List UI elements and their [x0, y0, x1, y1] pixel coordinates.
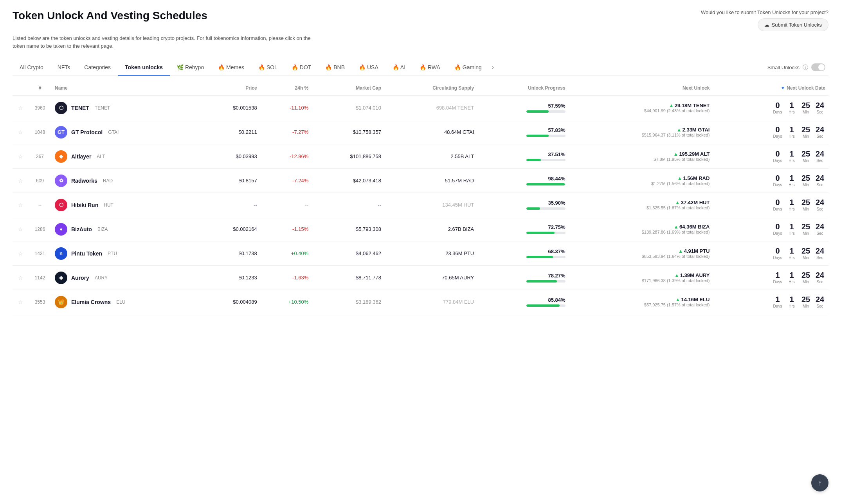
rank-cell: 3553: [28, 290, 52, 314]
submit-btn-label: Submit Token Unlocks: [772, 22, 822, 28]
progress-bar: [526, 256, 565, 258]
supply-cell: 779.84M ELU: [384, 290, 477, 314]
price-cell: $0.2211: [201, 120, 260, 144]
name-cell[interactable]: ♦ BizAuto BIZA: [52, 217, 201, 241]
coin-icon: ⬡: [55, 199, 67, 211]
countdown-min: 25 Min: [800, 295, 811, 308]
price-cell: $0.002164: [201, 217, 260, 241]
page-description: Listed below are the token unlocks and v…: [13, 34, 318, 50]
name-cell[interactable]: ◈ Aurory AURY: [52, 266, 201, 290]
coin-name: Altlayer: [71, 153, 91, 160]
progress-cell: 37.51%: [477, 144, 568, 169]
table-row: ☆1142 ◈ Aurory AURY $0.1233-1.63%$8,711,…: [13, 266, 828, 290]
price-cell: $0.1233: [201, 266, 260, 290]
progress-bar: [526, 159, 565, 161]
tab-rehypo[interactable]: 🌿 Rehypo: [170, 59, 211, 76]
table-row: ☆-- ⬡ Hibiki Run HUT ------134.45M HUT 3…: [13, 193, 828, 217]
more-tabs-button[interactable]: ›: [489, 59, 497, 76]
coin-name: GT Protocol: [71, 129, 103, 135]
tab-token-unlocks[interactable]: Token unlocks: [118, 59, 170, 76]
star-icon[interactable]: ☆: [18, 202, 23, 208]
coin-ticker: ELU: [116, 299, 125, 305]
name-cell[interactable]: n Pintu Token PTU: [52, 241, 201, 266]
col-next-unlock-date[interactable]: ▼Next Unlock Date: [713, 81, 828, 96]
name-cell[interactable]: 👑 Elumia Crowns ELU: [52, 290, 201, 314]
progress-bar-fill: [526, 183, 565, 185]
tab-memes[interactable]: 🔥 Memes: [211, 59, 251, 76]
tab-ai[interactable]: 🔥 AI: [385, 59, 412, 76]
name-cell[interactable]: ◆ Altlayer ALT: [52, 144, 201, 169]
small-unlocks-toggle: Small Unlocks i: [764, 63, 828, 71]
supply-cell: 51.57M RAD: [384, 169, 477, 193]
tab-dot[interactable]: 🔥 DOT: [285, 59, 318, 76]
progress-pct: 35.90%: [480, 200, 565, 206]
unlock-usd: $1,525.55 (1.87% of total locked): [572, 205, 710, 210]
star-icon[interactable]: ☆: [18, 275, 23, 281]
countdown-min: 25 Min: [800, 101, 811, 114]
submit-token-unlocks-button[interactable]: ☁ Submit Token Unlocks: [758, 18, 828, 31]
change-cell: -12.96%: [260, 144, 312, 169]
star-icon[interactable]: ☆: [18, 129, 23, 135]
countdown-days: 0 Days: [772, 247, 783, 260]
tab-bnb[interactable]: 🔥 BNB: [318, 59, 352, 76]
tab-gaming[interactable]: 🔥 Gaming: [447, 59, 489, 76]
name-cell[interactable]: ✿ Radworks RAD: [52, 169, 201, 193]
tab-sol[interactable]: 🔥 SOL: [251, 59, 285, 76]
col-name: Name: [52, 81, 201, 96]
countdown-min: 25 Min: [800, 174, 811, 187]
countdown-min: 25 Min: [800, 247, 811, 260]
table-row: ☆1431 n Pintu Token PTU $0.1738+0.40%$4,…: [13, 241, 828, 266]
supply-cell: 2.55B ALT: [384, 144, 477, 169]
progress-bar-fill: [526, 304, 560, 307]
supply-cell: 70.65M AURY: [384, 266, 477, 290]
countdown-cell: 0 Days 1 Hrs 25 Min 24 Sec: [713, 217, 828, 241]
progress-bar: [526, 207, 565, 210]
rank-cell: 1142: [28, 266, 52, 290]
progress-bar: [526, 280, 565, 283]
star-icon[interactable]: ☆: [18, 299, 23, 305]
star-icon[interactable]: ☆: [18, 250, 23, 257]
tab-nfts[interactable]: NFTs: [50, 59, 77, 76]
unlock-amount: ▲4.91M PTU: [572, 248, 710, 254]
progress-bar: [526, 183, 565, 185]
col-rank: #: [28, 81, 52, 96]
rank-cell: 1048: [28, 120, 52, 144]
progress-cell: 98.44%: [477, 169, 568, 193]
progress-bar-fill: [526, 232, 555, 234]
progress-bar-fill: [526, 159, 541, 161]
countdown-days: 1 Days: [772, 271, 783, 284]
progress-cell: 85.84%: [477, 290, 568, 314]
coin-icon: ◈: [55, 272, 67, 284]
progress-bar: [526, 304, 565, 307]
star-icon[interactable]: ☆: [18, 178, 23, 184]
small-unlocks-info-icon[interactable]: i: [803, 65, 808, 70]
market-cap-cell: $4,062,462: [312, 241, 384, 266]
progress-bar-fill: [526, 135, 549, 137]
small-unlocks-switch[interactable]: [811, 63, 825, 71]
progress-bar: [526, 135, 565, 137]
countdown-min: 25 Min: [800, 126, 811, 139]
star-icon[interactable]: ☆: [18, 226, 23, 232]
star-icon[interactable]: ☆: [18, 105, 23, 111]
countdown-days: 1 Days: [772, 295, 783, 308]
countdown-min: 25 Min: [800, 150, 811, 163]
tab-usa[interactable]: 🔥 USA: [352, 59, 385, 76]
name-cell[interactable]: ⬡ TENET TENET: [52, 96, 201, 120]
supply-cell: 2.67B BIZA: [384, 217, 477, 241]
market-cap-cell: $42,073,418: [312, 169, 384, 193]
submit-icon: ☁: [764, 22, 769, 28]
coin-name: Aurory: [71, 275, 89, 281]
countdown-sec: 24 Sec: [814, 295, 825, 308]
supply-cell: 48.64M GTAI: [384, 120, 477, 144]
star-icon[interactable]: ☆: [18, 153, 23, 160]
unlock-amount: ▲37.42M HUT: [572, 200, 710, 205]
tab-categories[interactable]: Categories: [77, 59, 118, 76]
tab-rwa[interactable]: 🔥 RWA: [412, 59, 447, 76]
coin-icon: ♦: [55, 223, 67, 236]
countdown-hrs: 1 Hrs: [786, 271, 797, 284]
coin-ticker: BIZA: [97, 227, 108, 232]
coin-ticker: ALT: [97, 154, 105, 159]
name-cell[interactable]: ⬡ Hibiki Run HUT: [52, 193, 201, 217]
name-cell[interactable]: GT GT Protocol GTAI: [52, 120, 201, 144]
tab-all-crypto[interactable]: All Crypto: [13, 59, 50, 76]
